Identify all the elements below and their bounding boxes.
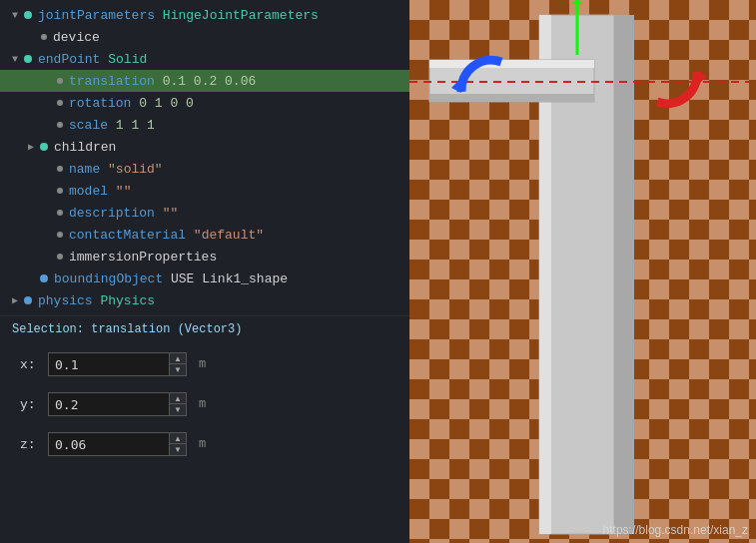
z-unit: m (199, 437, 206, 451)
dot-bounding (40, 274, 48, 282)
dot-description (57, 210, 63, 216)
watermark-text: https://blog.csdn.net/xian_z (603, 523, 748, 537)
selection-text: Selection: translation (Vector3) (12, 322, 242, 336)
left-panel: jointParameters HingeJointParameters dev… (0, 0, 409, 543)
item-text-translation: translation 0.1 0.2 0.06 (69, 74, 256, 89)
item-text-bounding: boundingObject USE Link1_shape (54, 272, 288, 286)
tree-item-joint-params[interactable]: jointParameters HingeJointParameters (0, 4, 409, 26)
tree-item-model[interactable]: model "" (0, 180, 409, 202)
y-label: y: (20, 397, 40, 412)
dot-model (57, 188, 63, 194)
x-field-row: x: ▲ ▼ m (20, 352, 389, 376)
tree-item-endpoint[interactable]: endPoint Solid (0, 48, 409, 70)
tree-item-bounding[interactable]: boundingObject USE Link1_shape (0, 268, 409, 289)
item-text-immersion: immersionProperties (69, 250, 217, 265)
svg-rect-5 (429, 94, 594, 102)
y-spinners: ▲ ▼ (169, 393, 186, 415)
z-input[interactable] (49, 433, 169, 455)
item-text-endpoint: endPoint Solid (38, 52, 147, 67)
y-field-row: y: ▲ ▼ m (20, 392, 389, 416)
dot-device (41, 34, 47, 40)
dot-rotation (57, 100, 63, 106)
viewport-bg: https://blog.csdn.net/xian_z (409, 0, 756, 543)
expand-arrow-children[interactable] (24, 140, 38, 154)
expand-arrow-endpoint[interactable] (8, 52, 22, 66)
svg-rect-1 (614, 15, 634, 534)
y-increment-button[interactable]: ▲ (170, 393, 186, 404)
y-unit: m (199, 397, 206, 411)
dot-endpoint (24, 55, 32, 63)
tree-item-immersion[interactable]: immersionProperties (0, 246, 409, 268)
expand-arrow-joint[interactable] (8, 8, 22, 22)
item-text-rotation: rotation 0 1 0 0 (69, 96, 194, 111)
dot-scale (57, 122, 63, 128)
scene-svg (409, 0, 756, 543)
item-text-device: device (53, 30, 100, 45)
z-input-container: ▲ ▼ (48, 432, 187, 456)
tree-item-description[interactable]: description "" (0, 202, 409, 224)
z-label: z: (20, 437, 40, 452)
y-input-container: ▲ ▼ (48, 392, 187, 416)
right-panel[interactable]: https://blog.csdn.net/xian_z (409, 0, 756, 543)
item-text-model: model "" (69, 184, 131, 199)
watermark: https://blog.csdn.net/xian_z (603, 523, 748, 537)
svg-marker-7 (571, 0, 583, 4)
x-unit: m (199, 357, 206, 371)
dot-physics (24, 296, 32, 304)
tree-item-physics[interactable]: physics Physics (0, 289, 409, 311)
tree-item-children[interactable]: children (0, 136, 409, 158)
z-increment-button[interactable]: ▲ (170, 433, 186, 444)
tree-item-contact-material[interactable]: contactMaterial "default" (0, 224, 409, 246)
item-text-physics: physics Physics (38, 293, 155, 308)
vector-fields: x: ▲ ▼ m y: ▲ ▼ m z: (0, 342, 409, 466)
y-input[interactable] (49, 393, 169, 415)
x-label: x: (20, 357, 40, 372)
z-decrement-button[interactable]: ▼ (170, 444, 186, 455)
item-text-scale: scale 1 1 1 (69, 118, 155, 133)
item-text-description: description "" (69, 206, 178, 221)
x-decrement-button[interactable]: ▼ (170, 364, 186, 375)
tree-item-name[interactable]: name "solid" (0, 158, 409, 180)
svg-rect-4 (429, 60, 594, 68)
item-text-name: name "solid" (69, 162, 163, 177)
x-spinners: ▲ ▼ (169, 353, 186, 375)
z-field-row: z: ▲ ▼ m (20, 432, 389, 456)
x-increment-button[interactable]: ▲ (170, 353, 186, 364)
tree-item-scale[interactable]: scale 1 1 1 (0, 114, 409, 136)
x-input-container: ▲ ▼ (48, 352, 187, 376)
dot-translation (57, 78, 63, 84)
dot-name (57, 166, 63, 172)
item-text-contact: contactMaterial "default" (69, 228, 264, 243)
item-text-joint: jointParameters HingeJointParameters (38, 8, 319, 23)
tree-section: jointParameters HingeJointParameters dev… (0, 0, 409, 316)
tree-item-rotation[interactable]: rotation 0 1 0 0 (0, 92, 409, 114)
x-input[interactable] (49, 353, 169, 375)
y-decrement-button[interactable]: ▼ (170, 404, 186, 415)
z-spinners: ▲ ▼ (169, 433, 186, 455)
expand-arrow-physics[interactable] (8, 293, 22, 307)
selection-info: Selection: translation (Vector3) (0, 316, 409, 342)
tree-item-device[interactable]: device (0, 26, 409, 48)
dot-contact (57, 232, 63, 238)
dot-children (40, 143, 48, 151)
dot-immersion (57, 254, 63, 260)
dot-joint (24, 11, 32, 19)
item-text-children: children (54, 140, 116, 155)
tree-item-translation[interactable]: translation 0.1 0.2 0.06 (0, 70, 409, 92)
